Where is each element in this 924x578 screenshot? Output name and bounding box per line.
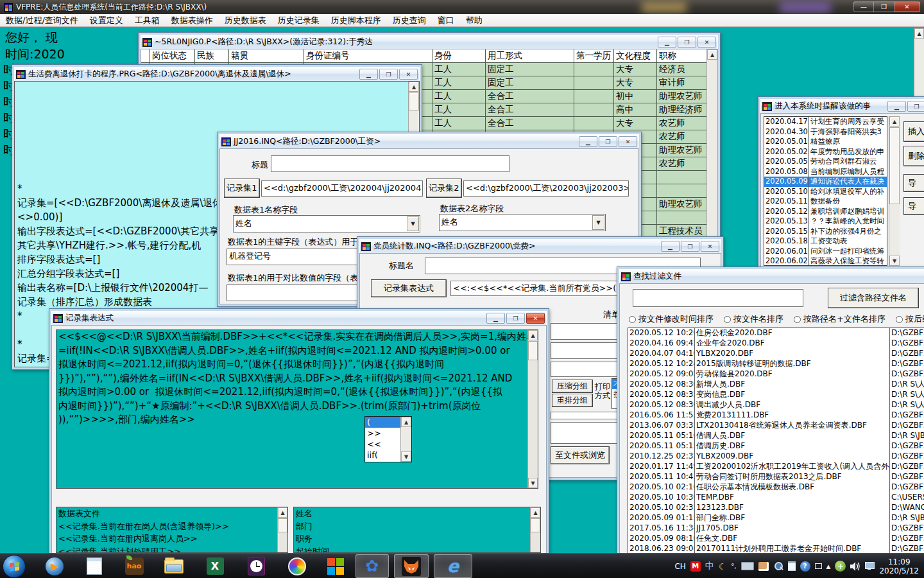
table2-name-combobox[interactable]: 姓名 ▼ bbox=[439, 214, 606, 231]
list-item[interactable]: 起始时间 bbox=[294, 545, 540, 554]
list-item[interactable]: >> bbox=[365, 428, 400, 439]
radio-icon[interactable] bbox=[629, 316, 636, 323]
file-list[interactable]: 2020.05.12 10:26: 住房公积金2020.DBF D:\GZBF2… bbox=[628, 328, 924, 554]
recordset2-button[interactable]: 记录集2 bbox=[426, 179, 462, 198]
clock[interactable]: 11:09 2020/5/12 bbox=[879, 557, 923, 575]
editor-vertical-scrollbar[interactable]: ▲ ▼ bbox=[527, 330, 538, 488]
list-item[interactable]: 2020.04.17 计划生育的周秀云享受 bbox=[764, 117, 887, 127]
party-field-3[interactable] bbox=[551, 362, 619, 377]
scroll-up-icon[interactable]: ▲ bbox=[707, 49, 717, 60]
scroll-up-icon[interactable]: ▲ bbox=[531, 507, 540, 518]
list-item[interactable]: << bbox=[365, 439, 400, 450]
maximize-button[interactable]: ❐ bbox=[681, 241, 699, 252]
list-item[interactable]: 2020.04.30 于海强郭春阳蒋洪实3 bbox=[764, 127, 887, 137]
radio-icon[interactable] bbox=[724, 316, 731, 323]
list-item[interactable]: 2020.05.09 01:15: 部门全称.DBF D:\R S\JB bbox=[628, 513, 924, 523]
radio-option[interactable]: 按后缀名排 bbox=[896, 313, 924, 325]
volume-icon[interactable] bbox=[850, 562, 860, 571]
menu-item[interactable]: 历史脚本程序 bbox=[325, 14, 387, 27]
list-item[interactable]: 数据表文件 bbox=[56, 507, 287, 520]
list-item[interactable]: 2020.05.01 精益燎原 bbox=[764, 137, 887, 147]
radio-option[interactable]: 按路径名+文件名排序 bbox=[794, 313, 886, 325]
party-field-1[interactable] bbox=[551, 323, 619, 340]
app-minimize-button[interactable]: — bbox=[853, 1, 874, 12]
list-item[interactable]: 2016.05.06 11:53: 党费20131111.DBF D:\GZBF… bbox=[628, 410, 924, 421]
list-item[interactable]: 2020.05.12 兼职培训师赵鹏娟培训 bbox=[764, 207, 887, 217]
maximize-button[interactable]: ❐ bbox=[506, 313, 525, 324]
minimize-button[interactable]: ▁ bbox=[486, 313, 505, 324]
list-item[interactable]: 职务 bbox=[294, 532, 540, 545]
taskbar-color-app-button[interactable] bbox=[282, 554, 312, 578]
delete-button[interactable]: 删除本 bbox=[903, 146, 924, 166]
minimize-button[interactable]: ▁ bbox=[579, 136, 597, 147]
maximize-button[interactable]: ❐ bbox=[678, 37, 696, 48]
minimize-button[interactable]: ▁ bbox=[658, 37, 676, 48]
list-item[interactable]: 姓名 bbox=[294, 507, 540, 520]
minimize-button[interactable]: ▁ bbox=[359, 69, 378, 80]
list-item[interactable]: 2020.05.18 工资变动表 bbox=[764, 236, 887, 247]
expression-code-editor[interactable]: <<$<<@<<D:\R S\JBXX\当前编制.DBF>>+<<*<<记录集.… bbox=[56, 329, 538, 489]
list-item[interactable]: 2020.05.11 05:15: 借调历史.DBF D:\GZBF20 bbox=[628, 441, 924, 451]
scroll-thumb[interactable] bbox=[889, 127, 900, 204]
table1-name-combobox[interactable]: 姓名 ▼ bbox=[233, 215, 420, 232]
scroll-up-icon[interactable]: ▲ bbox=[914, 28, 924, 39]
scroll-down-icon[interactable]: ▼ bbox=[401, 451, 411, 462]
scroll-down-icon[interactable]: ▼ bbox=[528, 478, 538, 488]
menu-item[interactable]: 数据/过程/查询文件 bbox=[0, 14, 84, 27]
menu-item[interactable]: 工具箱 bbox=[129, 14, 166, 27]
moon-mode-icon[interactable]: ☾ bbox=[719, 561, 727, 572]
list-item[interactable]: 2020.05.09 通知诉讼代表人在裁决 bbox=[764, 177, 887, 187]
close-button[interactable]: ✕ bbox=[697, 37, 716, 48]
compare-field[interactable] bbox=[227, 285, 363, 301]
party-window-titlebar[interactable]: 党员统计数.INQ<路径:D:\GZBF2000\党费> ▁ ❐ ✕ bbox=[359, 239, 721, 253]
close-button[interactable]: ✕ bbox=[526, 313, 545, 324]
close-button[interactable]: ✕ bbox=[619, 136, 637, 147]
filter-window-titlebar[interactable]: 查找过滤文件 bbox=[619, 269, 924, 283]
rearrange-group-button[interactable]: 重排分组 bbox=[552, 394, 593, 407]
language-indicator[interactable]: CH bbox=[674, 562, 685, 571]
list-scrollbar[interactable]: ▲ bbox=[277, 507, 287, 552]
minimize-button[interactable]: ▁ bbox=[887, 101, 906, 112]
scroll-thumb[interactable] bbox=[409, 92, 419, 110]
minimize-button[interactable]: ▁ bbox=[661, 241, 680, 252]
recordset1-button[interactable]: 记录集1 bbox=[224, 179, 260, 198]
scroll-up-icon[interactable]: ▲ bbox=[889, 116, 900, 127]
scroll-up-icon[interactable]: ▲ bbox=[401, 417, 411, 427]
network-icon[interactable] bbox=[865, 562, 875, 570]
taskbar-excel-button[interactable]: X bbox=[200, 554, 230, 578]
list-scrollbar[interactable]: ▲ bbox=[530, 507, 540, 552]
prg-window-titlebar[interactable]: 生活费离退休打卡的程序.PRG<路径:D:\GZBF2000\离退休及遗属\退休… bbox=[14, 67, 420, 81]
grid-vertical-scrollbar[interactable]: ▲ bbox=[706, 49, 717, 238]
sogou-ime-icon[interactable]: M bbox=[690, 561, 701, 572]
filter-by-path-button[interactable]: 过滤含路径文件名 bbox=[828, 288, 919, 308]
list-item[interactable]: 2020.05.10 给刘冰填退役军人的补 bbox=[764, 187, 887, 197]
scroll-thumb[interactable] bbox=[278, 518, 287, 532]
menu-item[interactable]: 历史数据表 bbox=[219, 14, 272, 27]
list-item[interactable]: 2020.05.12 09:02: 劳动保险县2020.DBF D:\GZBF2… bbox=[628, 369, 924, 380]
list-item[interactable]: 2020.05.12 10:26: 住房公积金2020.DBF D:\GZBF2… bbox=[628, 328, 924, 338]
list-item[interactable]: 2017.05.16 11:34: JJ1705.DBF D:\GZBF20 bbox=[628, 523, 924, 534]
reminder-scrollbar[interactable]: ▲ ▼ bbox=[889, 116, 900, 266]
scroll-thumb[interactable] bbox=[531, 518, 540, 532]
show-hidden-icons-chevron[interactable]: ▲ bbox=[826, 563, 831, 570]
start-button[interactable] bbox=[3, 555, 26, 578]
menu-item[interactable]: 数据表操作 bbox=[166, 14, 219, 27]
antivirus-icon[interactable]: + bbox=[835, 561, 846, 572]
menu-item[interactable]: 历史记录集 bbox=[272, 14, 325, 27]
export-button-2[interactable]: 导 bbox=[903, 197, 924, 215]
search-tool-icon[interactable] bbox=[773, 561, 783, 572]
export-button-1[interactable]: 导 bbox=[903, 174, 924, 192]
menu-item[interactable]: 窗口 bbox=[432, 14, 460, 27]
list-item[interactable]: <<记录集.当前在册内退离岗人员>> bbox=[56, 532, 287, 545]
help-icon[interactable]: ? bbox=[800, 561, 810, 572]
app-close-button[interactable]: ✕ bbox=[894, 1, 920, 12]
reminders-window-titlebar[interactable]: 进入本系统时提醒该做的事 ▁ ❐ ✕ bbox=[760, 99, 924, 113]
radio-option[interactable]: 按文件名排序 bbox=[724, 313, 783, 325]
taskbar-notepad-button[interactable] bbox=[80, 554, 109, 578]
scroll-up-icon[interactable]: ▲ bbox=[528, 330, 538, 340]
title-field[interactable] bbox=[271, 155, 509, 172]
party-field-5[interactable] bbox=[551, 422, 619, 444]
taskbar-tiles-app-button[interactable] bbox=[321, 554, 350, 578]
compress-group-button[interactable]: 压缩分组 bbox=[552, 380, 593, 393]
reminder-list[interactable]: 2020.04.17 计划生育的周秀云享受 2020.04.30 于海强郭春阳蒋… bbox=[764, 116, 887, 266]
